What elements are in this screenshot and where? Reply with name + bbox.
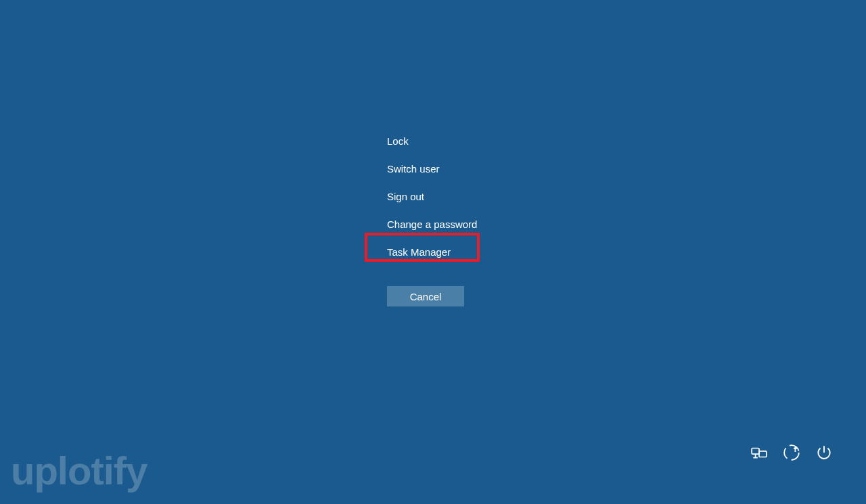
menu-item-label: Sign out <box>387 191 424 202</box>
security-options-menu: Lock Switch user Sign out Change a passw… <box>387 127 477 266</box>
power-icon[interactable] <box>815 443 834 462</box>
menu-item-label: Switch user <box>387 163 440 175</box>
menu-item-label: Change a password <box>387 219 477 230</box>
menu-item-lock[interactable]: Lock <box>387 127 477 155</box>
network-icon[interactable] <box>750 443 769 462</box>
svg-rect-0 <box>752 449 759 455</box>
menu-item-label: Lock <box>387 135 409 147</box>
svg-rect-1 <box>759 451 767 457</box>
ease-of-access-icon[interactable] <box>782 443 801 462</box>
menu-item-change-password[interactable]: Change a password <box>387 210 477 238</box>
menu-item-switch-user[interactable]: Switch user <box>387 155 477 183</box>
cancel-button[interactable]: Cancel <box>387 286 464 306</box>
menu-item-task-manager[interactable]: Task Manager <box>387 238 477 266</box>
watermark-text: uplotify <box>11 448 147 493</box>
menu-item-label: Task Manager <box>387 246 451 258</box>
bottom-icon-bar <box>750 443 834 462</box>
cancel-button-label: Cancel <box>410 291 442 302</box>
svg-point-4 <box>784 445 799 460</box>
menu-item-sign-out[interactable]: Sign out <box>387 183 477 210</box>
